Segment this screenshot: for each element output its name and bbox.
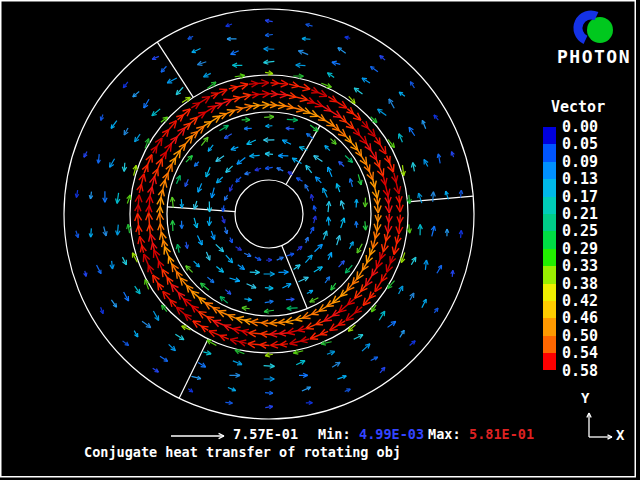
legend-swatch	[543, 353, 556, 370]
max-value: 5.81E-01	[469, 427, 534, 442]
legend-swatch	[543, 266, 556, 283]
photon-window: PHOTON Vector 0.000.050.090.130.170.210.…	[0, 0, 640, 480]
legend-swatch	[543, 231, 556, 248]
legend-swatch	[543, 284, 556, 301]
legend-tick-label: 0.05	[562, 135, 598, 153]
max-label: Max:	[428, 427, 461, 442]
plot-caption: Conjugate heat transfer of rotating obj	[84, 445, 401, 460]
legend-tick-label: 0.42	[562, 292, 598, 310]
legend-tick-label: 0.21	[562, 205, 598, 223]
min-value: 4.99E-03	[359, 427, 424, 442]
grid-layer	[64, 9, 474, 419]
legend-tick-label: 0.09	[562, 153, 598, 171]
axis-x-label: X	[616, 428, 624, 443]
legend-tick-label: 0.29	[562, 240, 598, 258]
min-label: Min:	[318, 427, 351, 442]
legend-colorbar	[543, 127, 556, 370]
legend-tick-label: 0.25	[562, 222, 598, 240]
vector-field-layer	[75, 19, 462, 408]
axis-y-label: Y	[581, 391, 589, 406]
legend-tick-label: 0.54	[562, 344, 598, 362]
legend-swatch	[543, 249, 556, 266]
legend-tick-label: 0.46	[562, 309, 598, 327]
window-frame	[1, 1, 636, 477]
legend-swatch	[543, 301, 556, 318]
legend-swatch	[543, 127, 556, 144]
reference-vector-value: 7.57E-01	[233, 427, 298, 442]
legend-tick-label: 0.33	[562, 257, 598, 275]
legend-tick-label: 0.58	[562, 362, 598, 380]
legend-swatch	[543, 197, 556, 214]
legend-swatch	[543, 336, 556, 353]
legend-tick-label: 0.38	[562, 275, 598, 293]
legend-tick-label: 0.00	[562, 118, 598, 136]
legend-swatch	[543, 162, 556, 179]
photon-app-name: PHOTON	[557, 47, 631, 67]
legend-swatch	[543, 214, 556, 231]
legend-title: Vector	[551, 99, 605, 116]
legend-tick-label: 0.17	[562, 188, 598, 206]
logo-green-ball	[587, 17, 613, 43]
legend-swatch	[543, 318, 556, 335]
legend-tick-label: 0.50	[562, 327, 598, 345]
legend-tick-label: 0.13	[562, 170, 598, 188]
photon-logo-icon	[570, 9, 618, 49]
photon-logo	[570, 9, 618, 49]
legend-swatch	[543, 179, 556, 196]
legend-swatch	[543, 144, 556, 161]
